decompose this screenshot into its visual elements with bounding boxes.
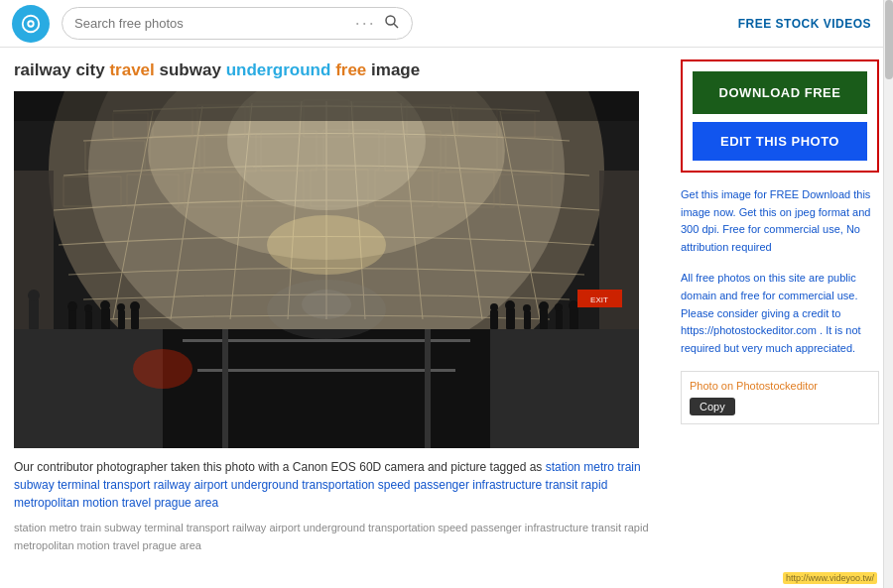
svg-rect-55: [68, 309, 76, 329]
search-input[interactable]: [74, 16, 347, 31]
tag-free: free: [335, 60, 366, 79]
svg-point-60: [100, 300, 110, 310]
scrollbar[interactable]: [883, 0, 893, 588]
svg-point-78: [28, 290, 40, 301]
copy-button[interactable]: Copy: [690, 398, 735, 415]
svg-rect-48: [197, 369, 455, 372]
svg-rect-73: [556, 310, 563, 329]
download-box: DOWNLOAD FREE EDIT THIS PHOTO: [681, 59, 879, 173]
svg-point-58: [84, 304, 92, 312]
svg-rect-50: [425, 329, 431, 448]
download-button[interactable]: DOWNLOAD FREE: [693, 71, 867, 114]
photo-on-box: Photo on Photostockeditor Copy: [681, 371, 879, 424]
main-photo: EXIT: [14, 91, 639, 448]
search-button[interactable]: [384, 14, 400, 34]
svg-point-70: [523, 304, 531, 312]
svg-point-3: [386, 16, 395, 25]
svg-rect-63: [131, 309, 139, 329]
scrollbar-thumb[interactable]: [885, 0, 893, 79]
tag-subway: subway: [160, 60, 221, 79]
svg-rect-61: [118, 310, 125, 329]
svg-point-52: [267, 215, 386, 275]
tag-travel: travel: [109, 60, 154, 79]
photo-caption: Our contributor photographer taken this …: [14, 458, 665, 512]
svg-rect-67: [506, 308, 515, 329]
svg-point-2: [29, 22, 33, 26]
caption-intro: Our contributor photographer taken this …: [14, 460, 542, 474]
tag-image: image: [371, 60, 420, 79]
watermark: http://www.videyoo.tw/: [783, 572, 877, 584]
search-bar: ···: [62, 7, 413, 40]
svg-rect-49: [222, 329, 228, 448]
svg-point-66: [490, 303, 498, 311]
header: ··· FREE STOCK VIDEOS: [0, 0, 893, 48]
svg-rect-65: [490, 310, 498, 329]
svg-rect-46: [163, 329, 490, 448]
dots-icon: ···: [355, 13, 376, 34]
svg-point-68: [505, 300, 515, 310]
edit-photo-button[interactable]: EDIT THIS PHOTO: [693, 122, 867, 161]
svg-line-4: [394, 24, 398, 28]
tag-railway: railway: [14, 60, 71, 79]
left-column: railway city travel subway underground f…: [14, 59, 665, 588]
svg-point-82: [302, 290, 351, 319]
info-text: Get this image for FREE Download this im…: [681, 186, 879, 256]
main-content: railway city travel subway underground f…: [0, 48, 893, 588]
svg-rect-75: [570, 308, 578, 329]
tag-city: city: [75, 60, 104, 79]
logo[interactable]: [12, 5, 50, 43]
svg-rect-59: [101, 308, 110, 329]
tag-underground: underground: [226, 60, 331, 79]
svg-point-56: [67, 301, 77, 311]
free-stock-videos-link[interactable]: FREE STOCK VIDEOS: [738, 17, 871, 31]
svg-rect-83: [14, 91, 639, 121]
svg-text:EXIT: EXIT: [590, 295, 608, 304]
photo-on-label: Photo on Photostockeditor: [690, 380, 870, 392]
svg-point-72: [539, 301, 549, 311]
svg-point-51: [133, 349, 192, 389]
subway-photo-svg: EXIT: [14, 91, 639, 448]
svg-rect-71: [540, 309, 548, 329]
public-domain-text: All free photos on this site are public …: [681, 270, 879, 357]
svg-point-62: [117, 303, 125, 311]
svg-point-74: [555, 303, 563, 311]
svg-rect-77: [29, 299, 39, 329]
tags-plain: station metro train subway terminal tran…: [14, 520, 665, 554]
svg-point-76: [569, 300, 578, 310]
svg-rect-57: [85, 311, 92, 329]
svg-point-64: [130, 301, 140, 311]
svg-rect-69: [524, 311, 531, 329]
right-column: DOWNLOAD FREE EDIT THIS PHOTO Get this i…: [681, 59, 879, 588]
page-title: railway city travel subway underground f…: [14, 59, 665, 81]
